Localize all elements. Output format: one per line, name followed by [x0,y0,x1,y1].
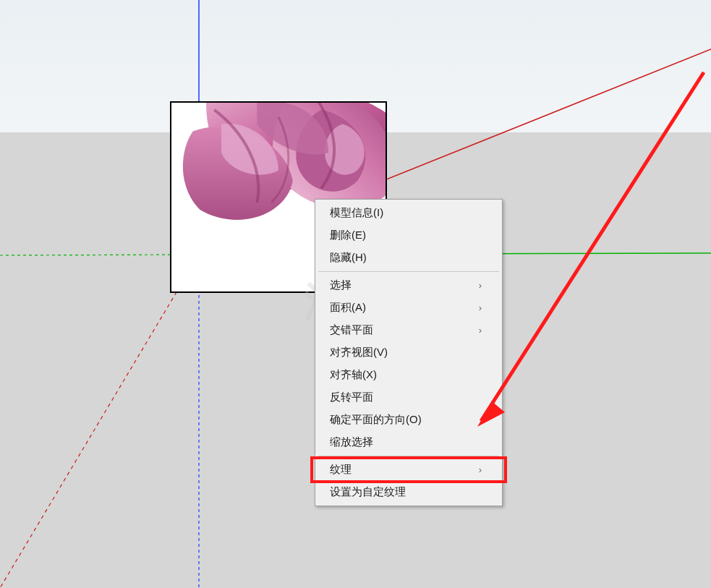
menu-item-label: 反转平面 [330,391,373,404]
menu-item-label: 对齐轴(X) [330,368,377,382]
menu-item-label: 缩放选择 [330,435,373,449]
menu-item-1[interactable]: 删除(E) [317,224,501,247]
submenu-arrow-icon: › [479,280,482,291]
submenu-arrow-icon: › [479,325,482,336]
menu-item-label: 选择 [330,278,352,292]
menu-item-label: 面积(A) [330,301,366,315]
menu-item-label: 确定平面的方向(O) [330,413,422,427]
menu-separator [318,271,499,272]
menu-item-9[interactable]: 确定平面的方向(O) [317,409,501,431]
menu-item-7[interactable]: 对齐轴(X) [317,364,501,386]
menu-item-0[interactable]: 模型信息(I) [317,202,501,224]
submenu-arrow-icon: › [479,464,482,475]
menu-item-label: 模型信息(I) [330,206,383,220]
menu-item-6[interactable]: 对齐视图(V) [317,341,501,364]
menu-item-2[interactable]: 隐藏(H) [317,247,501,269]
submenu-arrow-icon: › [479,302,482,313]
menu-separator [318,456,499,456]
menu-item-4[interactable]: 面积(A)› [317,297,501,319]
menu-item-8[interactable]: 反转平面 [317,386,501,409]
context-menu[interactable]: 模型信息(I)删除(E)隐藏(H)选择›面积(A)›交错平面›对齐视图(V)对齐… [315,199,503,506]
menu-item-label: 交错平面 [330,323,373,337]
menu-item-3[interactable]: 选择› [317,274,501,297]
menu-item-label: 设置为自定纹理 [330,485,406,499]
menu-item-10[interactable]: 缩放选择 [317,431,501,453]
menu-item-label: 对齐视图(V) [330,346,388,359]
menu-item-label: 纹理 [330,463,352,477]
menu-item-12[interactable]: 设置为自定纹理 [317,481,501,503]
menu-item-11[interactable]: 纹理› [317,459,501,481]
menu-item-label: 隐藏(H) [330,251,367,265]
menu-item-label: 删除(E) [330,229,366,242]
menu-item-5[interactable]: 交错平面› [317,319,501,341]
